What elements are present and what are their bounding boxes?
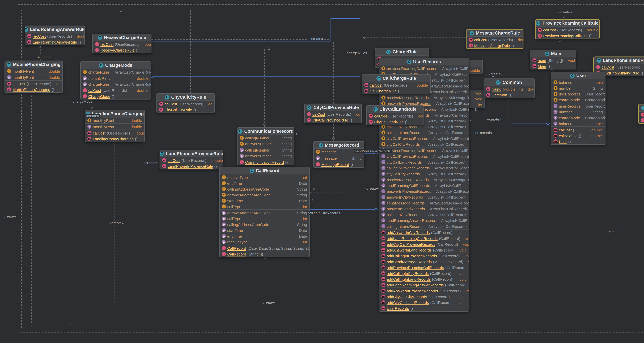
member-row[interactable]: maddCallingInProvinceRecords(CallRecord)… xyxy=(379,253,469,259)
member-row[interactable]: maddLandRoamingCallRecords(CallRecord)vo… xyxy=(379,235,469,241)
member-row[interactable]: pmonthlyRentdouble xyxy=(85,124,144,130)
member-row[interactable]: fcallingInLandRecordsArrayList<CallRecor… xyxy=(379,130,469,135)
member-row[interactable]: mMobilePhoneCharging() xyxy=(5,87,62,92)
member-row[interactable]: maddCityCallLandRecords(CallRecord)void xyxy=(379,299,469,305)
member-row[interactable]: pchargeModeChargeMode xyxy=(551,115,605,121)
member-row[interactable]: pmonthlyRentdouble xyxy=(5,75,62,80)
class-header[interactable]: CCallRecord xyxy=(220,167,309,174)
class-LandPhoneInProvinceRule[interactable]: CLandPhoneInProvinceRulemcalCost(UserRec… xyxy=(160,150,223,169)
member-row[interactable]: fcityCallProvinceRecordsArrayList<CallRe… xyxy=(379,135,469,141)
class-CallRecord[interactable]: CCallRecordfreceiveTypeintfendTimeDatefc… xyxy=(219,167,310,257)
class-MobilePhoneCharging[interactable]: CMobilePhoneChargingfmonthlyRentdoublepm… xyxy=(4,61,63,93)
class-header[interactable]: CChargeRule xyxy=(375,49,429,56)
member-row[interactable]: mMain() xyxy=(530,63,576,69)
member-row[interactable]: mrecCost(UserRecords)double xyxy=(93,41,151,47)
member-row[interactable]: pcityCallLandRecordsArrayList<CallRecord… xyxy=(379,159,469,165)
member-row[interactable]: panswerInLandRecordsArrayList<CallRecord… xyxy=(379,206,469,212)
member-row[interactable]: fcallingNumberString xyxy=(238,135,294,141)
class-CityCallLandRule[interactable]: CCityCallLandRulemcalCost(UserRecords)do… xyxy=(366,105,424,125)
class-UserRecords[interactable]: CUserRecordsfprovinceRoamingCallRecordsA… xyxy=(379,58,469,311)
member-row[interactable]: mCallRecord(Date, Date, String, String, … xyxy=(220,245,309,251)
member-row[interactable]: mcalCost(UserRecords)double xyxy=(160,157,223,163)
member-row[interactable]: fbalancedouble xyxy=(551,79,605,85)
member-row[interactable]: freceiveTypeint xyxy=(220,174,309,180)
member-row[interactable]: maddAnswerInLandRecords(CallRecord)void xyxy=(379,247,469,253)
class-header[interactable]: CMessageRecord xyxy=(314,142,364,149)
member-row[interactable]: mrecCost(UserRecords)double xyxy=(25,33,84,39)
class-ChargeMode[interactable]: CChargeModefchargeRulesArrayList<ChargeR… xyxy=(80,62,151,100)
member-row[interactable]: puserRecordsUserRecords xyxy=(551,103,605,109)
member-row[interactable]: maddProvinceRoamingCallRecords(CallRecor… xyxy=(379,264,469,270)
member-row[interactable]: mcalCost()double xyxy=(551,127,605,133)
member-row[interactable]: pcallingAddressAreaCodeString xyxy=(220,221,309,227)
member-row[interactable]: mcalCost(UserRecords)double xyxy=(157,101,214,107)
member-row[interactable]: fanswerAddressAreaCodeString xyxy=(220,192,309,198)
member-row[interactable]: mCityCallLandRule() xyxy=(366,119,423,125)
member-row[interactable]: mLandRoamingAnswerRule() xyxy=(25,39,84,45)
member-row[interactable]: fstartTimeDate xyxy=(220,198,309,204)
class-header[interactable]: CUser xyxy=(551,72,605,79)
class-LandRoamingAnswerRule[interactable]: CLandRoamingAnswerRulemrecCost(UserRecor… xyxy=(24,26,84,45)
class-header[interactable]: CCommunicationRecord xyxy=(238,128,294,135)
member-row[interactable]: mcalCost(UserRecords)double xyxy=(81,88,150,93)
class-ReceiveChargeRule[interactable]: CReceiveChargeRulemrecCost(UserRecords)d… xyxy=(92,34,152,53)
member-row[interactable]: mUserRecords() xyxy=(379,305,469,311)
member-row[interactable]: pchargeRulesArrayList<ChargeRule> xyxy=(81,81,150,87)
member-row[interactable]: mProvinceRoamingCallRule() xyxy=(536,33,599,39)
member-row[interactable]: fcityCallCityRecordsArrayList<CallRecord… xyxy=(379,141,469,147)
member-row[interactable]: mmain(String [])void xyxy=(530,57,576,63)
member-row[interactable]: maddAnswerInProvinceRecords(CallRecord)v… xyxy=(379,288,469,294)
class-header[interactable]: CMobilePhoneCharging xyxy=(5,61,62,68)
member-row[interactable]: mCallChargeRule() xyxy=(362,88,430,94)
member-row[interactable]: maddSendMessageRecords(MessageRecord)voi… xyxy=(379,259,469,264)
member-row[interactable]: fuserRecordsUserRecords xyxy=(551,91,605,97)
member-row[interactable]: fmonthlyRentdouble xyxy=(5,68,62,74)
member-row[interactable]: mround(double, int)double xyxy=(484,86,534,92)
member-row[interactable]: psendMessageRecordsArrayList<MessageReco… xyxy=(379,200,469,206)
class-header[interactable]: CMessageChargeRule xyxy=(466,30,523,37)
member-row[interactable]: maddCallingInCityRecords(CallRecord)void xyxy=(379,270,469,276)
member-row[interactable]: mCallRecord(String []) xyxy=(220,251,309,257)
member-row[interactable]: mChargeMode() xyxy=(81,93,150,99)
member-row[interactable]: freceiveMessageRecordsArrayList<MessageR… xyxy=(379,95,469,100)
member-row[interactable]: mReceiveChargeRule() xyxy=(93,47,151,53)
class-CityCallCityRule[interactable]: CCityCallCityRulemcalCost(UserRecords)do… xyxy=(156,93,214,113)
class-LandRoamingCallRule[interactable]: CLandRoamingCallRulemcalCost(UserRecords… xyxy=(638,104,644,124)
member-row[interactable]: mCityCallProvinceRule() xyxy=(305,117,361,123)
class-CallChargeRule[interactable]: CCallChargeRulemcalCost(UserRecords)doub… xyxy=(362,75,431,94)
member-row[interactable]: mUser() xyxy=(551,139,605,144)
class-header[interactable]: CCallChargeRule xyxy=(362,75,430,82)
class-header[interactable]: CChargeMode xyxy=(81,62,150,69)
member-row[interactable]: pcallingNumberString xyxy=(238,147,294,153)
member-row[interactable]: fcallTypeint xyxy=(220,204,309,209)
member-row[interactable]: mcalCost(UserRecords)double xyxy=(362,82,430,88)
member-row[interactable]: preceiveTypeint xyxy=(220,239,309,245)
member-row[interactable]: mcalCost(UserRecords)double xyxy=(85,130,144,136)
member-row[interactable]: fcallingAddressAreaCodeString xyxy=(220,186,309,192)
member-row[interactable]: maddCityCallProvinceRecords(CallRecord)v… xyxy=(379,241,469,247)
class-Main[interactable]: CMainmmain(String [])voidmMain() xyxy=(530,50,576,70)
member-row[interactable]: panswerNumberString xyxy=(238,153,294,159)
member-row[interactable]: mcalCost(UserRecords)double xyxy=(536,27,599,33)
member-row[interactable]: panswerInCityRecordsArrayList<CallRecord… xyxy=(379,194,469,200)
member-row[interactable]: mLandlinePhoneCharging() xyxy=(85,136,144,142)
class-Common[interactable]: CCommonmround(double, int)doublemCommon(… xyxy=(484,79,535,98)
member-row[interactable]: pcityCallProvinceRecordsArrayList<CallRe… xyxy=(379,153,469,159)
class-MessageChargeRule[interactable]: CMessageChargeRulemcalCost(UserRecords)d… xyxy=(466,29,524,49)
member-row[interactable]: mcalCost(UserRecords)double xyxy=(594,64,644,70)
member-row[interactable]: pcallingInProvinceRecordsArrayList<CallR… xyxy=(379,165,469,171)
member-row[interactable]: plandRoamingAnswerRecordsArrayList<CallR… xyxy=(379,217,469,223)
class-header[interactable]: CCommon xyxy=(484,79,534,86)
member-row[interactable]: pnumberString xyxy=(551,109,605,115)
member-row[interactable]: mMessageChargeRule() xyxy=(466,43,523,49)
member-row[interactable]: pcallTypeint xyxy=(220,216,309,221)
class-ProvinceRoamingCallRule[interactable]: CProvinceRoamingCallRulemcalCost(UserRec… xyxy=(535,19,600,39)
member-row[interactable]: mcalCost(UserRecords)double xyxy=(366,113,423,119)
member-row[interactable]: pprovinceRoamingCallRecordsArrayList<Cal… xyxy=(379,148,469,153)
member-row[interactable]: pbalancedouble xyxy=(551,121,605,126)
member-row[interactable]: mcalCost(UserRecords)double xyxy=(466,37,523,43)
member-row[interactable]: mcalBalance()double xyxy=(551,133,605,139)
member-row[interactable]: panswerInProvinceRecordsArrayList<CallRe… xyxy=(379,188,469,194)
member-row[interactable]: mcalCost(UserRecords)double xyxy=(305,111,361,117)
member-row[interactable]: preceiveMessageRecordsArrayList<MessageR… xyxy=(379,177,469,182)
